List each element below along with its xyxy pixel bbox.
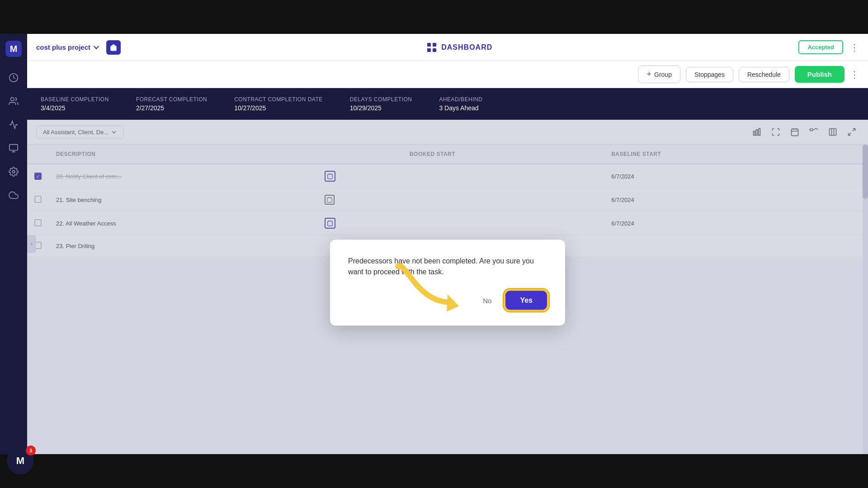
dashboard-title: DASHBOARD <box>127 42 792 52</box>
svg-rect-8 <box>427 43 431 47</box>
contract-completion: Contract Completion Date 10/27/2025 <box>234 96 323 112</box>
sidebar-item-users[interactable] <box>6 94 21 108</box>
no-button[interactable]: No <box>476 292 499 309</box>
bottom-black-bar <box>0 454 868 488</box>
avatar-circle[interactable]: M 3 <box>7 447 34 474</box>
user-avatar[interactable]: M 3 <box>7 447 34 474</box>
sidebar-item-analytics[interactable] <box>6 70 21 85</box>
yes-button[interactable]: Yes <box>505 291 547 310</box>
notification-badge: 3 <box>26 446 36 455</box>
sidebar-item-settings[interactable] <box>6 164 21 179</box>
summary-bar: Baseline Completion 3/4/2025 Forecast Co… <box>27 88 868 120</box>
avatar-logo: M <box>16 455 24 467</box>
group-button[interactable]: Group <box>638 66 680 83</box>
publish-button[interactable]: Publish <box>795 66 844 83</box>
top-black-bar <box>0 0 868 34</box>
app-logo[interactable]: M <box>5 41 22 57</box>
ahead-behind: Ahead/Behind 3 Days Ahead <box>439 96 482 112</box>
forecast-completion: Forecast Completion 2/27/2025 <box>136 96 207 112</box>
svg-point-7 <box>12 170 15 173</box>
project-name[interactable]: cost plus project <box>36 43 99 51</box>
svg-point-3 <box>11 98 14 101</box>
reschedule-button[interactable]: Reschedule <box>739 67 789 82</box>
sidebar: M <box>0 34 27 454</box>
svg-rect-9 <box>433 43 436 47</box>
toolbar: Group Stoppages Reschedule Publish ⋮ <box>27 61 868 88</box>
toolbar-more-icon[interactable]: ⋮ <box>850 69 859 80</box>
svg-rect-10 <box>427 48 431 52</box>
table-area: All Assistant, Client, De... <box>27 120 868 454</box>
navbar-more-icon[interactable]: ⋮ <box>850 42 859 53</box>
sidebar-item-monitor[interactable] <box>6 141 21 155</box>
main-content: cost plus project <box>27 34 868 454</box>
delays-completion: Delays Completion 10/29/2025 <box>350 96 412 112</box>
home-button[interactable] <box>106 40 121 55</box>
dashboard-grid-icon <box>427 42 437 52</box>
svg-rect-11 <box>433 48 436 52</box>
dialog-message: Predecessors have not been completed. Ar… <box>348 256 547 277</box>
accepted-button[interactable]: Accepted <box>798 40 843 54</box>
svg-rect-4 <box>9 145 18 150</box>
sidebar-item-cloud[interactable] <box>6 188 21 202</box>
svg-text:M: M <box>10 44 18 54</box>
dialog-buttons: No Yes <box>348 291 547 310</box>
navbar: cost plus project <box>27 34 868 61</box>
baseline-completion: Baseline Completion 3/4/2025 <box>41 96 109 112</box>
sidebar-item-chart[interactable] <box>6 117 21 132</box>
confirmation-dialog: Predecessors have not been completed. Ar… <box>330 240 565 326</box>
stoppages-button[interactable]: Stoppages <box>686 67 733 82</box>
